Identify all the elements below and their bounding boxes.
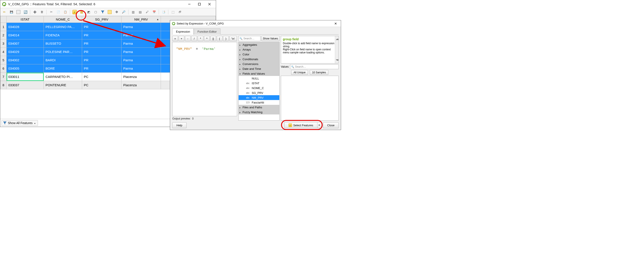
values-list[interactable] [281, 76, 339, 120]
help-button[interactable]: Help [172, 122, 186, 128]
tree-field[interactable]: abcNM_PRV [238, 95, 279, 100]
expression-editor[interactable]: "NM_PRV" = 'Parma' [172, 42, 237, 116]
operator-button[interactable]: = [172, 36, 178, 41]
tree-group[interactable]: Conditionals [238, 57, 279, 62]
paste-icon[interactable] [62, 9, 68, 15]
close-button[interactable] [204, 1, 214, 8]
cell[interactable]: 034014 [6, 31, 44, 40]
select-by-expression-button[interactable] [72, 9, 78, 15]
all-unique-button[interactable]: All Unique [291, 70, 308, 75]
dock-icon[interactable] [177, 9, 183, 15]
tree-group[interactable]: Color [238, 52, 279, 57]
cell[interactable]: Parma [122, 40, 161, 48]
select-features-split-button[interactable]: Select Features ▼ [284, 122, 321, 128]
cell[interactable]: PR [82, 64, 122, 73]
operator-button[interactable]: + [178, 36, 184, 41]
cell[interactable]: PC [82, 73, 122, 81]
operator-button[interactable]: - [185, 36, 191, 41]
cell[interactable]: Parma [122, 23, 161, 31]
cell[interactable]: PR [82, 31, 122, 40]
deselect-icon[interactable] [93, 9, 98, 15]
tab-expression[interactable]: Expression [172, 28, 194, 34]
delete-feature-icon[interactable] [39, 9, 45, 15]
pan-to-selected-icon[interactable] [114, 9, 120, 15]
cell[interactable]: PR [82, 40, 122, 48]
tab-function-editor[interactable]: Function Editor [194, 28, 220, 34]
tree-field[interactable]: abcNOME_C [238, 86, 279, 90]
field-calculator-icon[interactable] [161, 9, 166, 15]
values-search-input[interactable]: Search… [290, 64, 339, 69]
cell[interactable]: 034028 [6, 23, 44, 31]
operator-button[interactable]: * [198, 36, 203, 41]
toggle-editing-icon[interactable] [2, 9, 7, 15]
help-scrollbar[interactable] [335, 36, 338, 63]
tree-group[interactable]: Arrays [238, 47, 279, 52]
cell[interactable]: Piacenza [122, 73, 161, 81]
row-number-cell[interactable]: 6 [0, 64, 6, 73]
tree-group[interactable]: Date and Time [238, 66, 279, 71]
cell[interactable]: Parma [122, 64, 161, 73]
organize-columns-icon[interactable] [151, 9, 157, 15]
cell[interactable]: PC [82, 81, 122, 89]
operator-button[interactable]: ( [217, 36, 222, 41]
cell[interactable]: BUSSETO [44, 40, 82, 48]
cut-icon[interactable] [48, 9, 54, 15]
cell[interactable]: Parma [122, 56, 161, 64]
tree-group[interactable]: Fuzzy Matching [238, 110, 279, 114]
rename-field-icon[interactable] [144, 9, 150, 15]
cell[interactable]: PELLEGRINO PA… [44, 23, 82, 31]
cell[interactable]: PONTENURE [44, 81, 82, 89]
copy-icon[interactable] [56, 9, 61, 15]
close-button[interactable]: Close [323, 122, 339, 128]
col-nome-c[interactable]: NOME_C [44, 16, 82, 23]
show-all-features-button[interactable]: Show All Features [2, 120, 38, 126]
tree-field[interactable]: 123FasciaAlti [238, 100, 279, 105]
operator-button[interactable]: || [210, 36, 216, 41]
tree-field[interactable]: abcISTAT [238, 81, 279, 86]
maximize-button[interactable] [194, 1, 204, 8]
cell[interactable]: BORE [44, 64, 82, 73]
invert-selection-icon[interactable] [86, 9, 92, 15]
cell[interactable]: 033011 [6, 73, 44, 81]
row-number-cell[interactable]: 2 [0, 31, 6, 40]
cell[interactable]: BARDI [44, 56, 82, 64]
select-features-dropdown[interactable]: ▼ [318, 122, 321, 128]
add-feature-icon[interactable] [32, 9, 38, 15]
col-istat[interactable]: ISTAT [6, 16, 44, 23]
zoom-to-selected-icon[interactable] [121, 9, 126, 15]
minimize-button[interactable] [184, 1, 194, 8]
row-number-cell[interactable]: 7 [0, 73, 6, 81]
select-all-icon[interactable] [79, 9, 84, 15]
row-number-cell[interactable]: 5 [0, 56, 6, 64]
row-number-cell[interactable]: 1 [0, 23, 6, 31]
function-tree[interactable]: AggregatesArraysColorConditionalsConvers… [238, 42, 280, 120]
delete-field-icon[interactable] [137, 9, 143, 15]
reload-icon[interactable] [22, 9, 28, 15]
cell[interactable]: 033037 [6, 81, 44, 89]
function-search-input[interactable]: Search… [238, 36, 260, 41]
cell[interactable]: Parma [122, 48, 161, 56]
tree-group[interactable]: Files and Paths [238, 105, 279, 110]
cell[interactable]: PR [82, 23, 122, 31]
cell[interactable]: POLESINE PAR… [44, 48, 82, 56]
multi-edit-icon[interactable] [16, 9, 21, 15]
tree-field[interactable]: NULL [238, 76, 279, 81]
tree-field[interactable]: abcSG_PRV [238, 90, 279, 95]
cell[interactable]: 034007 [6, 40, 44, 48]
col-sg-prv[interactable]: SG_PRV [82, 16, 122, 23]
new-field-icon[interactable] [130, 9, 136, 15]
operator-button[interactable]: '\n' [230, 36, 237, 41]
cell[interactable]: 034005 [6, 64, 44, 73]
row-number-cell[interactable]: 8 [0, 81, 6, 89]
cell[interactable]: Piacenza [122, 81, 161, 89]
col-nm-prv[interactable]: NM_PRV▲ [122, 16, 161, 23]
row-number-cell[interactable]: 4 [0, 48, 6, 56]
row-number-cell[interactable]: 3 [0, 40, 6, 48]
tree-group[interactable]: Aggregates [238, 42, 279, 47]
operator-button[interactable]: ^ [204, 36, 210, 41]
operator-button[interactable]: ) [223, 36, 229, 41]
cell[interactable]: PR [82, 56, 122, 64]
show-values-button[interactable]: Show Values [261, 36, 280, 41]
cell[interactable]: Parma [122, 31, 161, 40]
tree-group[interactable]: Conversions [238, 62, 279, 66]
